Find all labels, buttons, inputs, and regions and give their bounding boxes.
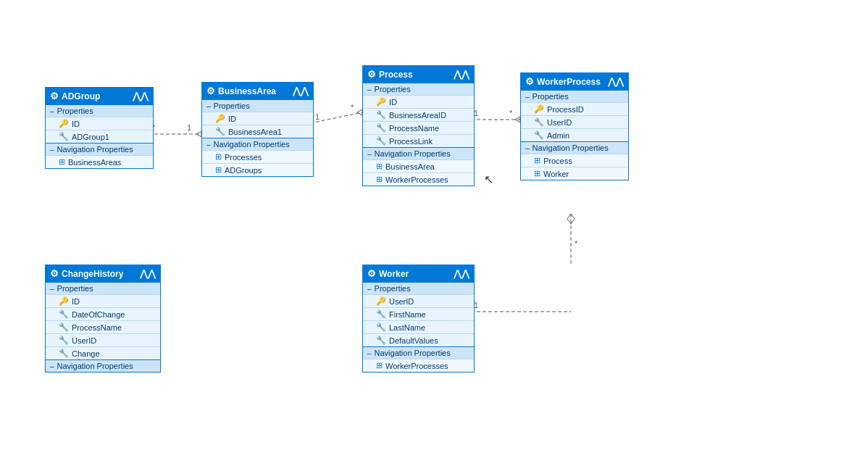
wrench-icon-ch3: 🔧 xyxy=(59,336,69,345)
svg-text:*: * xyxy=(351,103,354,112)
workerprocess-collapse[interactable]: ⋀⋀ xyxy=(608,76,624,87)
changehistory-prop-id: 🔑 ID xyxy=(46,294,160,307)
process-prop-processname: 🔧 ProcessName xyxy=(363,121,474,134)
workerprocess-title: WorkerProcess xyxy=(537,77,601,87)
workerprocess-prop-userid: 🔧 UserID xyxy=(521,115,628,128)
wrench-icon: 🔧 xyxy=(59,132,69,141)
process-prop-processlink: 🔧 ProcessLink xyxy=(363,134,474,147)
changehistory-nav-label: Navigation Properties xyxy=(57,362,133,370)
changehistory-icon: ⚙ xyxy=(50,268,59,279)
process-icon: ⚙ xyxy=(367,69,376,80)
svg-marker-14 xyxy=(567,214,575,224)
nav-icon-adgroups: ⊞ xyxy=(215,165,222,175)
process-prop-id: 🔑 ID xyxy=(363,95,474,108)
svg-line-4 xyxy=(310,112,362,123)
nav-icon-wp-proc: ⊞ xyxy=(534,156,541,165)
workerprocess-prop-processid: 🔑 ProcessID xyxy=(521,102,628,115)
adgroup-collapse[interactable]: ⋀⋀ xyxy=(133,91,149,101)
entity-process: ⚙ Process ⋀⋀ – Properties 🔑 ID 🔧 Busines… xyxy=(362,65,475,186)
svg-text:*: * xyxy=(509,109,513,117)
svg-marker-7 xyxy=(357,109,362,115)
businessarea-nav-label: Navigation Properties xyxy=(214,140,290,149)
wrench-icon-ch4: 🔧 xyxy=(59,349,69,358)
process-nav-businessarea: ⊞ BusinessArea xyxy=(363,159,474,172)
workerprocess-props-label: Properties xyxy=(533,92,569,101)
key-icon-w: 🔑 xyxy=(376,296,386,306)
entity-adgroup: ⚙ ADGroup ⋀⋀ – Properties 🔑 ID 🔧 ADGroup… xyxy=(45,87,154,169)
nav-icon-proc-wp: ⊞ xyxy=(376,175,383,184)
nav-icon-processes: ⊞ xyxy=(215,152,222,162)
key-icon-wp: 🔑 xyxy=(534,104,544,114)
mouse-cursor: ↖ xyxy=(484,172,493,186)
key-icon: 🔑 xyxy=(59,119,69,128)
process-props-header[interactable]: – Properties xyxy=(363,83,474,95)
workerprocess-nav-header[interactable]: – Navigation Properties xyxy=(521,141,628,154)
businessarea-collapse[interactable]: ⋀⋀ xyxy=(293,86,309,96)
process-nav-label: Navigation Properties xyxy=(375,149,451,158)
businessarea-header: ⚙ BusinessArea ⋀⋀ xyxy=(202,83,313,99)
businessarea-icon: ⚙ xyxy=(206,86,215,96)
worker-props-header[interactable]: – Properties xyxy=(363,282,474,294)
adgroup-title: ADGroup xyxy=(62,91,100,101)
changehistory-nav-header[interactable]: – Navigation Properties xyxy=(46,359,160,372)
wrench-icon-proc2: 🔧 xyxy=(376,123,386,133)
worker-icon: ⚙ xyxy=(367,268,376,279)
worker-header: ⚙ Worker ⋀⋀ xyxy=(363,265,474,282)
svg-marker-11 xyxy=(515,117,520,122)
wrench-icon-wp2: 🔧 xyxy=(534,130,544,140)
businessarea-title: BusinessArea xyxy=(218,86,276,96)
adgroup-header: ⚙ ADGroup ⋀⋀ xyxy=(46,88,153,104)
svg-text:1: 1 xyxy=(187,123,191,132)
wrench-icon-ba: 🔧 xyxy=(215,127,225,136)
wrench-icon-proc1: 🔧 xyxy=(376,110,386,120)
process-prop-businessareaid: 🔧 BusinessAreaID xyxy=(363,108,474,121)
process-title: Process xyxy=(379,70,413,80)
entity-businessarea: ⚙ BusinessArea ⋀⋀ – Properties 🔑 ID 🔧 Bu… xyxy=(201,82,314,177)
changehistory-header: ⚙ ChangeHistory ⋀⋀ xyxy=(46,265,160,282)
businessarea-nav-header[interactable]: – Navigation Properties xyxy=(202,138,313,150)
adgroup-nav-businessareas: ⊞ BusinessAreas xyxy=(46,155,153,168)
workerprocess-nav-label: Navigation Properties xyxy=(533,143,609,152)
changehistory-props-header[interactable]: – Properties xyxy=(46,282,160,294)
wrench-icon-w1: 🔧 xyxy=(376,309,386,319)
svg-text:1: 1 xyxy=(315,112,320,121)
adgroup-props-header[interactable]: – Properties xyxy=(46,104,153,117)
businessarea-props-header[interactable]: – Properties xyxy=(202,99,313,112)
businessarea-prop-id: 🔑 ID xyxy=(202,112,313,125)
businessarea-props-label: Properties xyxy=(214,101,250,110)
businessarea-nav-processes: ⊞ Processes xyxy=(202,150,313,163)
worker-prop-defaultvalues: 🔧 DefaultValues xyxy=(363,333,474,346)
nav-icon-w-wp: ⊞ xyxy=(376,361,383,370)
process-header: ⚙ Process ⋀⋀ xyxy=(363,66,474,83)
key-icon-proc: 🔑 xyxy=(376,97,386,107)
workerprocess-props-header[interactable]: – Properties xyxy=(521,90,628,102)
worker-nav-header[interactable]: – Navigation Properties xyxy=(363,346,474,359)
changehistory-prop-processname: 🔧 ProcessName xyxy=(46,320,160,333)
adgroup-nav-header[interactable]: – Navigation Properties xyxy=(46,143,153,155)
process-nav-header[interactable]: – Navigation Properties xyxy=(363,147,474,159)
process-collapse[interactable]: ⋀⋀ xyxy=(454,69,470,80)
adgroup-nav-label: Navigation Properties xyxy=(57,145,133,154)
changehistory-title: ChangeHistory xyxy=(62,269,123,279)
worker-prop-lastname: 🔧 LastName xyxy=(363,320,474,333)
workerprocess-prop-admin: 🔧 Admin xyxy=(521,128,628,141)
adgroup-prop-id: 🔑 ID xyxy=(46,117,153,130)
worker-nav-label: Navigation Properties xyxy=(375,349,451,357)
wrench-icon-ch2: 🔧 xyxy=(59,323,69,332)
businessarea-nav-adgroups: ⊞ ADGroups xyxy=(202,163,313,176)
adgroup-icon: ⚙ xyxy=(50,91,59,101)
wrench-icon-wp1: 🔧 xyxy=(534,117,544,127)
diagram-canvas: BusinessArea: * to 1 --> * 1 Process: 1 … xyxy=(0,0,868,466)
adgroup-props-label: Properties xyxy=(57,107,93,115)
changehistory-collapse[interactable]: ⋀⋀ xyxy=(140,268,156,279)
wrench-icon-proc3: 🔧 xyxy=(376,136,386,146)
workerprocess-icon: ⚙ xyxy=(525,76,534,87)
nav-icon: ⊞ xyxy=(59,157,65,167)
wrench-icon-w3: 🔧 xyxy=(376,336,386,345)
worker-title: Worker xyxy=(379,269,409,279)
wrench-icon-w2: 🔧 xyxy=(376,323,386,332)
worker-collapse[interactable]: ⋀⋀ xyxy=(454,268,470,279)
adgroup-prop-adgroup1: 🔧 ADGroup1 xyxy=(46,130,153,143)
svg-text:*: * xyxy=(575,239,578,248)
changehistory-prop-change: 🔧 Change xyxy=(46,346,160,359)
